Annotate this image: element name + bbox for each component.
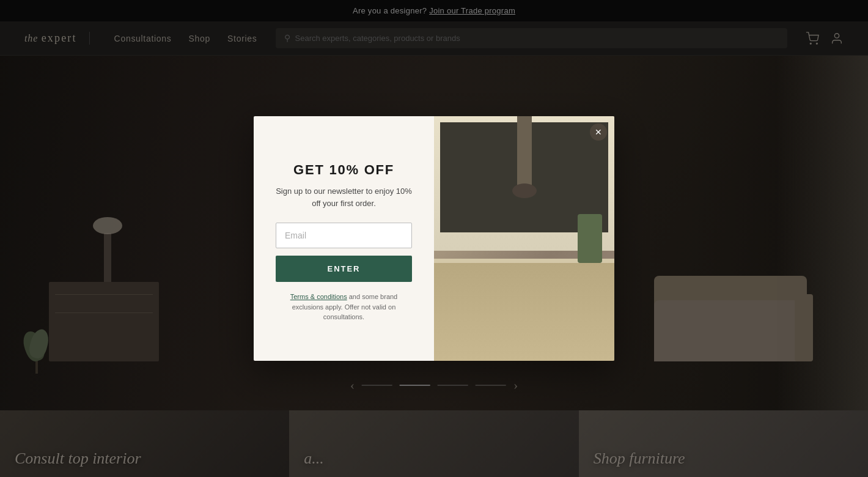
modal-footer-text: Terms & conditions and some brand exclus… bbox=[276, 292, 412, 322]
modal-close-button[interactable]: ✕ bbox=[590, 124, 607, 141]
modal-email-input[interactable] bbox=[276, 223, 412, 248]
modal-enter-button[interactable]: ENTER bbox=[276, 256, 412, 282]
kitchen-counter bbox=[434, 263, 614, 361]
modal-title: GET 10% OFF bbox=[293, 162, 394, 178]
modal-subtitle: Sign up to our newsletter to enjoy 10% o… bbox=[276, 185, 412, 209]
modal-overlay[interactable]: ✕ GET 10% OFF Sign up to our newsletter … bbox=[0, 0, 868, 477]
pendant-light bbox=[517, 116, 532, 190]
close-icon: ✕ bbox=[595, 127, 602, 138]
modal-image-panel bbox=[434, 116, 614, 361]
terms-conditions-link[interactable]: Terms & conditions bbox=[290, 293, 347, 300]
modal-dialog: ✕ GET 10% OFF Sign up to our newsletter … bbox=[254, 116, 614, 361]
modal-form-panel: GET 10% OFF Sign up to our newsletter to… bbox=[254, 116, 434, 361]
pendant-shade bbox=[512, 183, 537, 198]
kitchen-plant bbox=[578, 214, 602, 263]
